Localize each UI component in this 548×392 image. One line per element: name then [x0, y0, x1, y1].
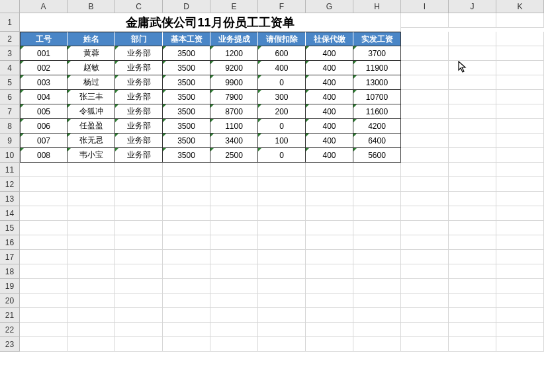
empty-cell[interactable] — [449, 46, 496, 61]
row-header-7[interactable]: 7 — [0, 104, 20, 119]
empty-cell[interactable] — [306, 337, 353, 352]
sheet-title[interactable]: 金庸武侠公司11月份员工工资单 — [20, 13, 401, 32]
row-header-14[interactable]: 14 — [0, 206, 20, 221]
empty-cell[interactable] — [496, 264, 544, 279]
empty-cell[interactable] — [20, 279, 68, 294]
table-cell[interactable]: 业务部 — [115, 119, 163, 134]
empty-cell[interactable] — [449, 177, 496, 192]
row-header-13[interactable]: 13 — [0, 192, 20, 206]
table-cell[interactable]: 1200 — [210, 46, 258, 61]
empty-cell[interactable] — [68, 235, 115, 250]
empty-cell[interactable] — [401, 177, 449, 192]
row-header-2[interactable]: 2 — [0, 32, 20, 46]
table-cell[interactable]: 3700 — [353, 46, 401, 61]
empty-cell[interactable] — [163, 294, 210, 308]
table-header[interactable]: 部门 — [115, 32, 163, 46]
table-cell[interactable]: 001 — [20, 46, 68, 61]
empty-cell[interactable] — [496, 177, 544, 192]
empty-cell[interactable] — [306, 192, 353, 206]
empty-cell[interactable] — [401, 337, 449, 352]
empty-cell[interactable] — [20, 308, 68, 323]
empty-cell[interactable] — [163, 264, 210, 279]
empty-cell[interactable] — [115, 308, 163, 323]
table-cell[interactable]: 002 — [20, 61, 68, 75]
empty-cell[interactable] — [449, 13, 496, 28]
empty-cell[interactable] — [115, 206, 163, 221]
empty-cell[interactable] — [258, 250, 306, 264]
table-cell[interactable]: 5600 — [353, 148, 401, 163]
table-cell[interactable]: 0 — [258, 148, 306, 163]
empty-cell[interactable] — [20, 163, 68, 177]
empty-cell[interactable] — [68, 221, 115, 235]
empty-cell[interactable] — [401, 206, 449, 221]
table-cell[interactable]: 杨过 — [68, 75, 115, 90]
table-cell[interactable]: 业务部 — [115, 46, 163, 61]
empty-cell[interactable] — [115, 177, 163, 192]
empty-cell[interactable] — [496, 75, 544, 90]
row-header-19[interactable]: 19 — [0, 279, 20, 294]
empty-cell[interactable] — [496, 134, 544, 148]
empty-cell[interactable] — [449, 250, 496, 264]
table-cell[interactable]: 9200 — [210, 61, 258, 75]
empty-cell[interactable] — [496, 221, 544, 235]
empty-cell[interactable] — [401, 221, 449, 235]
empty-cell[interactable] — [68, 192, 115, 206]
empty-cell[interactable] — [401, 61, 449, 75]
row-header-4[interactable]: 4 — [0, 61, 20, 75]
table-cell[interactable]: 业务部 — [115, 134, 163, 148]
table-cell[interactable]: 13000 — [353, 75, 401, 90]
spreadsheet-grid[interactable]: ABCDEFGHIJK1金庸武侠公司11月份员工工资单2工号姓名部门基本工资业务… — [0, 0, 548, 352]
table-cell[interactable]: 3500 — [163, 75, 210, 90]
table-cell[interactable]: 400 — [306, 104, 353, 119]
table-cell[interactable]: 004 — [20, 90, 68, 104]
table-cell[interactable]: 业务部 — [115, 148, 163, 163]
empty-cell[interactable] — [353, 221, 401, 235]
table-cell[interactable]: 400 — [306, 148, 353, 163]
empty-cell[interactable] — [306, 323, 353, 337]
empty-cell[interactable] — [68, 279, 115, 294]
col-header-J[interactable]: J — [449, 0, 496, 13]
empty-cell[interactable] — [210, 221, 258, 235]
empty-cell[interactable] — [20, 337, 68, 352]
empty-cell[interactable] — [163, 279, 210, 294]
empty-cell[interactable] — [163, 250, 210, 264]
table-cell[interactable]: 3500 — [163, 148, 210, 163]
empty-cell[interactable] — [210, 337, 258, 352]
empty-cell[interactable] — [496, 250, 544, 264]
empty-cell[interactable] — [353, 294, 401, 308]
table-cell[interactable]: 600 — [258, 46, 306, 61]
table-cell[interactable]: 400 — [306, 90, 353, 104]
empty-cell[interactable] — [353, 192, 401, 206]
empty-cell[interactable] — [353, 308, 401, 323]
table-cell[interactable]: 003 — [20, 75, 68, 90]
col-header-C[interactable]: C — [115, 0, 163, 13]
empty-cell[interactable] — [20, 294, 68, 308]
empty-cell[interactable] — [163, 163, 210, 177]
table-cell[interactable]: 2500 — [210, 148, 258, 163]
table-cell[interactable]: 1100 — [210, 119, 258, 134]
empty-cell[interactable] — [258, 323, 306, 337]
empty-cell[interactable] — [449, 264, 496, 279]
row-header-18[interactable]: 18 — [0, 264, 20, 279]
empty-cell[interactable] — [449, 32, 496, 46]
empty-cell[interactable] — [306, 163, 353, 177]
empty-cell[interactable] — [306, 308, 353, 323]
table-cell[interactable]: 张无忌 — [68, 134, 115, 148]
table-cell[interactable]: 7900 — [210, 90, 258, 104]
row-header-16[interactable]: 16 — [0, 235, 20, 250]
table-cell[interactable]: 400 — [306, 46, 353, 61]
empty-cell[interactable] — [401, 163, 449, 177]
empty-cell[interactable] — [401, 32, 449, 46]
empty-cell[interactable] — [163, 308, 210, 323]
empty-cell[interactable] — [163, 206, 210, 221]
empty-cell[interactable] — [449, 119, 496, 134]
empty-cell[interactable] — [68, 177, 115, 192]
empty-cell[interactable] — [401, 192, 449, 206]
empty-cell[interactable] — [449, 104, 496, 119]
col-header-K[interactable]: K — [496, 0, 544, 13]
table-cell[interactable]: 11600 — [353, 104, 401, 119]
row-header-21[interactable]: 21 — [0, 308, 20, 323]
empty-cell[interactable] — [20, 250, 68, 264]
table-cell[interactable]: 3500 — [163, 134, 210, 148]
empty-cell[interactable] — [449, 148, 496, 163]
